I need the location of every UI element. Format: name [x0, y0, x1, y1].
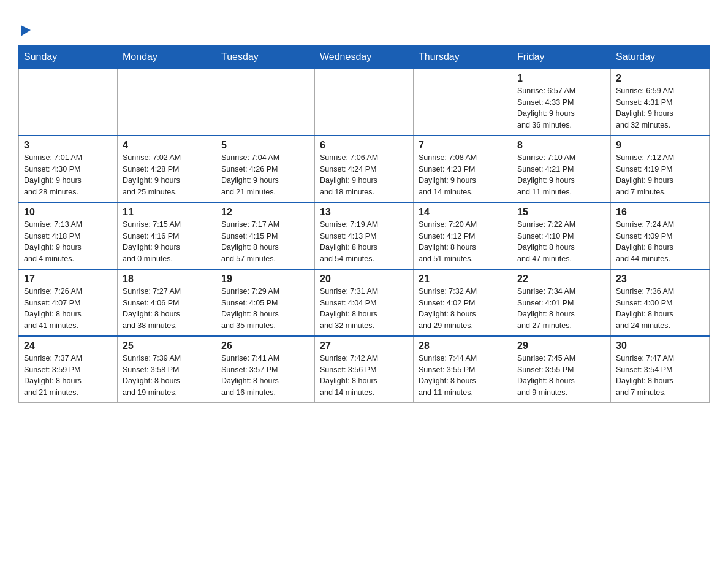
day-info: Sunrise: 7:39 AM Sunset: 3:58 PM Dayligh… — [123, 353, 211, 399]
day-info: Sunrise: 7:22 AM Sunset: 4:10 PM Dayligh… — [517, 219, 605, 265]
day-number: 23 — [616, 274, 704, 285]
calendar-cell: 17Sunrise: 7:26 AM Sunset: 4:07 PM Dayli… — [19, 269, 118, 336]
day-info: Sunrise: 7:02 AM Sunset: 4:28 PM Dayligh… — [123, 152, 211, 198]
calendar-cell — [414, 69, 512, 136]
day-number: 1 — [517, 73, 605, 84]
day-info: Sunrise: 7:37 AM Sunset: 3:59 PM Dayligh… — [24, 353, 112, 399]
calendar-cell — [118, 69, 216, 136]
calendar-cell: 6Sunrise: 7:06 AM Sunset: 4:24 PM Daylig… — [315, 136, 414, 202]
day-info: Sunrise: 7:01 AM Sunset: 4:30 PM Dayligh… — [24, 152, 112, 198]
calendar-header-tuesday: Tuesday — [216, 45, 315, 69]
calendar-week-3: 10Sunrise: 7:13 AM Sunset: 4:18 PM Dayli… — [19, 202, 710, 269]
day-info: Sunrise: 6:59 AM Sunset: 4:31 PM Dayligh… — [616, 85, 704, 131]
calendar-cell: 18Sunrise: 7:27 AM Sunset: 4:06 PM Dayli… — [118, 269, 216, 336]
day-number: 3 — [24, 140, 112, 151]
day-info: Sunrise: 7:34 AM Sunset: 4:01 PM Dayligh… — [517, 286, 605, 332]
calendar-cell: 14Sunrise: 7:20 AM Sunset: 4:12 PM Dayli… — [414, 202, 512, 269]
day-number: 21 — [419, 274, 507, 285]
calendar-cell: 19Sunrise: 7:29 AM Sunset: 4:05 PM Dayli… — [216, 269, 315, 336]
day-number: 25 — [123, 340, 211, 351]
calendar-cell — [19, 69, 118, 136]
day-info: Sunrise: 7:36 AM Sunset: 4:00 PM Dayligh… — [616, 286, 704, 332]
day-number: 5 — [221, 140, 309, 151]
day-info: Sunrise: 7:10 AM Sunset: 4:21 PM Dayligh… — [517, 152, 605, 198]
day-info: Sunrise: 7:29 AM Sunset: 4:05 PM Dayligh… — [221, 286, 309, 332]
day-info: Sunrise: 7:12 AM Sunset: 4:19 PM Dayligh… — [616, 152, 704, 198]
day-number: 7 — [419, 140, 507, 151]
calendar-cell: 24Sunrise: 7:37 AM Sunset: 3:59 PM Dayli… — [19, 336, 118, 403]
calendar-cell: 16Sunrise: 7:24 AM Sunset: 4:09 PM Dayli… — [611, 202, 710, 269]
calendar-cell: 25Sunrise: 7:39 AM Sunset: 3:58 PM Dayli… — [118, 336, 216, 403]
day-number: 8 — [517, 140, 605, 151]
day-number: 26 — [221, 340, 309, 351]
day-number: 29 — [517, 340, 605, 351]
calendar-week-5: 24Sunrise: 7:37 AM Sunset: 3:59 PM Dayli… — [19, 336, 710, 403]
day-info: Sunrise: 7:15 AM Sunset: 4:16 PM Dayligh… — [123, 219, 211, 265]
day-info: Sunrise: 7:26 AM Sunset: 4:07 PM Dayligh… — [24, 286, 112, 332]
calendar-week-1: 1Sunrise: 6:57 AM Sunset: 4:33 PM Daylig… — [19, 69, 710, 136]
calendar-header-sunday: Sunday — [19, 45, 118, 69]
calendar-cell: 8Sunrise: 7:10 AM Sunset: 4:21 PM Daylig… — [512, 136, 611, 202]
calendar-cell: 21Sunrise: 7:32 AM Sunset: 4:02 PM Dayli… — [414, 269, 512, 336]
calendar-cell: 30Sunrise: 7:47 AM Sunset: 3:54 PM Dayli… — [611, 336, 710, 403]
day-number: 12 — [221, 207, 309, 218]
day-number: 19 — [221, 274, 309, 285]
day-number: 6 — [320, 140, 408, 151]
day-info: Sunrise: 7:32 AM Sunset: 4:02 PM Dayligh… — [419, 286, 507, 332]
day-info: Sunrise: 7:45 AM Sunset: 3:55 PM Dayligh… — [517, 353, 605, 399]
page-header — [18, 12, 710, 39]
day-number: 22 — [517, 274, 605, 285]
calendar-header-monday: Monday — [118, 45, 216, 69]
calendar-cell: 26Sunrise: 7:41 AM Sunset: 3:57 PM Dayli… — [216, 336, 315, 403]
day-number: 15 — [517, 207, 605, 218]
day-info: Sunrise: 7:42 AM Sunset: 3:56 PM Dayligh… — [320, 353, 408, 399]
calendar-cell: 10Sunrise: 7:13 AM Sunset: 4:18 PM Dayli… — [19, 202, 118, 269]
calendar-cell: 7Sunrise: 7:08 AM Sunset: 4:23 PM Daylig… — [414, 136, 512, 202]
calendar-cell — [216, 69, 315, 136]
calendar-header-saturday: Saturday — [611, 45, 710, 69]
logo-triangle-icon — [20, 24, 32, 37]
calendar-header-friday: Friday — [512, 45, 611, 69]
calendar-cell: 9Sunrise: 7:12 AM Sunset: 4:19 PM Daylig… — [611, 136, 710, 202]
day-number: 30 — [616, 340, 704, 351]
calendar-header-wednesday: Wednesday — [315, 45, 414, 69]
calendar-week-4: 17Sunrise: 7:26 AM Sunset: 4:07 PM Dayli… — [19, 269, 710, 336]
day-number: 28 — [419, 340, 507, 351]
calendar-week-2: 3Sunrise: 7:01 AM Sunset: 4:30 PM Daylig… — [19, 136, 710, 202]
calendar-cell: 23Sunrise: 7:36 AM Sunset: 4:00 PM Dayli… — [611, 269, 710, 336]
day-info: Sunrise: 7:27 AM Sunset: 4:06 PM Dayligh… — [123, 286, 211, 332]
calendar-cell: 28Sunrise: 7:44 AM Sunset: 3:55 PM Dayli… — [414, 336, 512, 403]
day-number: 10 — [24, 207, 112, 218]
calendar-cell: 20Sunrise: 7:31 AM Sunset: 4:04 PM Dayli… — [315, 269, 414, 336]
day-info: Sunrise: 7:24 AM Sunset: 4:09 PM Dayligh… — [616, 219, 704, 265]
calendar-cell: 22Sunrise: 7:34 AM Sunset: 4:01 PM Dayli… — [512, 269, 611, 336]
day-number: 9 — [616, 140, 704, 151]
calendar-header-thursday: Thursday — [414, 45, 512, 69]
calendar-cell: 2Sunrise: 6:59 AM Sunset: 4:31 PM Daylig… — [611, 69, 710, 136]
day-info: Sunrise: 7:08 AM Sunset: 4:23 PM Dayligh… — [419, 152, 507, 198]
day-info: Sunrise: 7:19 AM Sunset: 4:13 PM Dayligh… — [320, 219, 408, 265]
day-info: Sunrise: 7:41 AM Sunset: 3:57 PM Dayligh… — [221, 353, 309, 399]
day-number: 17 — [24, 274, 112, 285]
day-info: Sunrise: 7:06 AM Sunset: 4:24 PM Dayligh… — [320, 152, 408, 198]
calendar-cell: 5Sunrise: 7:04 AM Sunset: 4:26 PM Daylig… — [216, 136, 315, 202]
day-number: 14 — [419, 207, 507, 218]
day-info: Sunrise: 7:17 AM Sunset: 4:15 PM Dayligh… — [221, 219, 309, 265]
day-number: 4 — [123, 140, 211, 151]
day-number: 27 — [320, 340, 408, 351]
logo — [18, 12, 32, 39]
calendar-cell: 27Sunrise: 7:42 AM Sunset: 3:56 PM Dayli… — [315, 336, 414, 403]
calendar-cell: 3Sunrise: 7:01 AM Sunset: 4:30 PM Daylig… — [19, 136, 118, 202]
day-info: Sunrise: 7:20 AM Sunset: 4:12 PM Dayligh… — [419, 219, 507, 265]
calendar-cell: 13Sunrise: 7:19 AM Sunset: 4:13 PM Dayli… — [315, 202, 414, 269]
calendar-cell: 15Sunrise: 7:22 AM Sunset: 4:10 PM Dayli… — [512, 202, 611, 269]
calendar-cell: 1Sunrise: 6:57 AM Sunset: 4:33 PM Daylig… — [512, 69, 611, 136]
day-info: Sunrise: 7:31 AM Sunset: 4:04 PM Dayligh… — [320, 286, 408, 332]
calendar-table: SundayMondayTuesdayWednesdayThursdayFrid… — [18, 45, 710, 403]
day-number: 20 — [320, 274, 408, 285]
calendar-header-row: SundayMondayTuesdayWednesdayThursdayFrid… — [19, 45, 710, 69]
day-info: Sunrise: 6:57 AM Sunset: 4:33 PM Dayligh… — [517, 85, 605, 131]
day-number: 16 — [616, 207, 704, 218]
day-info: Sunrise: 7:04 AM Sunset: 4:26 PM Dayligh… — [221, 152, 309, 198]
day-info: Sunrise: 7:47 AM Sunset: 3:54 PM Dayligh… — [616, 353, 704, 399]
